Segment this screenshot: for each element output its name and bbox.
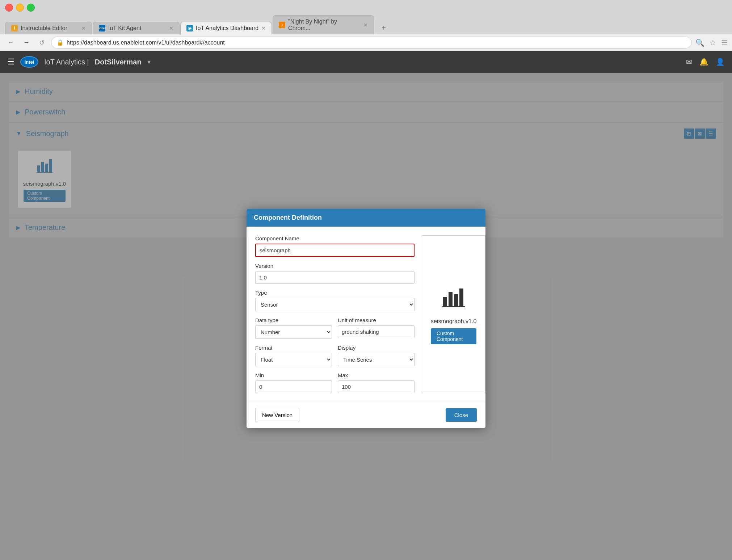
preview-bar-chart-icon <box>441 284 466 315</box>
svg-rect-6 <box>449 292 453 306</box>
search-icon[interactable]: 🔍 <box>695 38 704 47</box>
display-label: Display <box>338 345 415 351</box>
minimize-window-button[interactable] <box>16 4 24 12</box>
format-label: Format <box>255 345 332 351</box>
preview-component-name: seismograph.v1.0 <box>431 318 476 325</box>
hamburger-menu-button[interactable]: ☰ <box>7 57 14 67</box>
type-label: Type <box>255 290 415 296</box>
tab-close-night[interactable]: ✕ <box>363 22 368 28</box>
traffic-lights <box>5 4 35 12</box>
tabs-bar: I Instructable Editor ✕ intel IoT Kit Ag… <box>0 15 732 34</box>
close-window-button[interactable] <box>5 4 13 12</box>
close-button[interactable]: Close <box>446 408 477 422</box>
type-select[interactable]: Sensor Actuator <box>255 298 415 311</box>
main-content: ▶ Humidity ▶ Powerswitch ▼ Seismograph <box>0 73 732 560</box>
min-group: Min <box>255 372 332 393</box>
app-dropdown-arrow[interactable]: ▾ <box>147 58 151 66</box>
component-definition-modal: Component Definition Component Name Vers… <box>247 209 485 428</box>
modal-left: Component Name Version Type Sensor Actua… <box>255 235 415 393</box>
tab-close-iot-dashboard[interactable]: ✕ <box>261 25 266 31</box>
format-select[interactable]: Float Integer <box>255 353 332 366</box>
modal-right-preview: seismograph.v1.0 Custom Component <box>422 235 485 393</box>
min-max-row: Min Max <box>255 372 415 393</box>
modal-body: Component Name Version Type Sensor Actua… <box>247 227 485 402</box>
app-header: ☰ intel IoT Analytics | DotSilverman ▾ ✉… <box>0 51 732 73</box>
component-name-label: Component Name <box>255 235 415 241</box>
preview-component-badge: Custom Component <box>431 328 476 344</box>
tab-label-iot-dashboard: IoT Analytics Dashboard <box>196 25 258 31</box>
component-name-input[interactable] <box>255 244 415 257</box>
data-type-label: Data type <box>255 317 332 323</box>
forward-button[interactable]: → <box>20 37 33 48</box>
tab-favicon-night: ♪ <box>279 22 285 28</box>
component-name-group: Component Name <box>255 235 415 257</box>
min-input[interactable] <box>255 380 332 393</box>
tab-close-instructable[interactable]: ✕ <box>81 25 86 31</box>
reload-button[interactable]: ↺ <box>36 37 47 48</box>
title-bar <box>0 0 732 15</box>
tab-label-iot-agent: IoT Kit Agent <box>108 25 141 31</box>
tab-label-night: "Night By Night" by Chrom... <box>288 18 361 31</box>
tab-favicon-instructable: I <box>11 25 18 31</box>
tab-instructable[interactable]: I Instructable Editor ✕ <box>5 22 92 34</box>
version-group: Version <box>255 263 415 284</box>
data-type-unit-row: Data type Number String Boolean Unit of … <box>255 317 415 339</box>
app-container: ☰ intel IoT Analytics | DotSilverman ▾ ✉… <box>0 51 732 560</box>
version-label: Version <box>255 263 415 269</box>
bell-icon[interactable]: 🔔 <box>699 58 708 66</box>
modal-title: Component Definition <box>254 214 322 221</box>
tab-favicon-iot-agent: intel <box>99 25 105 31</box>
max-group: Max <box>338 372 415 393</box>
app-title: IoT Analytics | <box>44 58 89 66</box>
browser-chrome: I Instructable Editor ✕ intel IoT Kit Ag… <box>0 0 732 51</box>
display-group: Display Time Series Gauge Raw Data <box>338 345 415 366</box>
svg-rect-8 <box>459 289 463 306</box>
data-type-group: Data type Number String Boolean <box>255 317 332 339</box>
unit-group: Unit of measure <box>338 317 415 339</box>
address-icons: 🔍 ☆ ☰ <box>695 38 728 47</box>
tab-iot-agent[interactable]: intel IoT Kit Agent ✕ <box>93 22 180 34</box>
intel-logo: intel <box>20 56 38 68</box>
header-right: ✉ 🔔 👤 <box>686 58 725 66</box>
tab-night[interactable]: ♪ "Night By Night" by Chrom... ✕ <box>273 15 374 34</box>
tab-label-instructable: Instructable Editor <box>21 25 67 31</box>
display-select[interactable]: Time Series Gauge Raw Data <box>338 353 415 366</box>
new-version-button[interactable]: New Version <box>255 408 299 422</box>
min-label: Min <box>255 372 332 378</box>
tab-favicon-iot-dashboard: ◉ <box>186 25 193 31</box>
format-display-row: Format Float Integer Display Time Series <box>255 345 415 366</box>
modal-header: Component Definition <box>247 209 485 227</box>
max-input[interactable] <box>338 380 415 393</box>
url-text: https://dashboard.us.enableiot.com/v1/ui… <box>67 39 225 46</box>
type-group: Type Sensor Actuator <box>255 290 415 311</box>
lock-icon: 🔒 <box>56 39 64 46</box>
maximize-window-button[interactable] <box>27 4 35 12</box>
svg-rect-5 <box>443 297 447 306</box>
tab-iot-dashboard[interactable]: ◉ IoT Analytics Dashboard ✕ <box>180 22 272 34</box>
user-icon[interactable]: 👤 <box>716 58 725 66</box>
bookmark-icon[interactable]: ☆ <box>710 38 716 47</box>
modal-footer: New Version Close <box>247 402 485 428</box>
tab-close-iot-agent[interactable]: ✕ <box>169 25 173 31</box>
modal-overlay: Component Definition Component Name Vers… <box>0 73 732 560</box>
back-button[interactable]: ← <box>4 37 17 48</box>
unit-label: Unit of measure <box>338 317 415 323</box>
menu-icon[interactable]: ☰ <box>721 38 728 47</box>
data-type-select[interactable]: Number String Boolean <box>255 325 332 339</box>
url-bar[interactable]: 🔒 https://dashboard.us.enableiot.com/v1/… <box>51 37 692 49</box>
new-tab-button[interactable]: + <box>375 21 393 34</box>
address-bar: ← → ↺ 🔒 https://dashboard.us.enableiot.c… <box>0 34 732 51</box>
svg-rect-7 <box>454 294 458 306</box>
app-subtitle: DotSilverman <box>95 58 142 66</box>
unit-input[interactable] <box>338 325 415 338</box>
max-label: Max <box>338 372 415 378</box>
mail-icon[interactable]: ✉ <box>686 58 692 66</box>
format-group: Format Float Integer <box>255 345 332 366</box>
svg-rect-9 <box>442 306 465 307</box>
version-input[interactable] <box>255 271 415 284</box>
